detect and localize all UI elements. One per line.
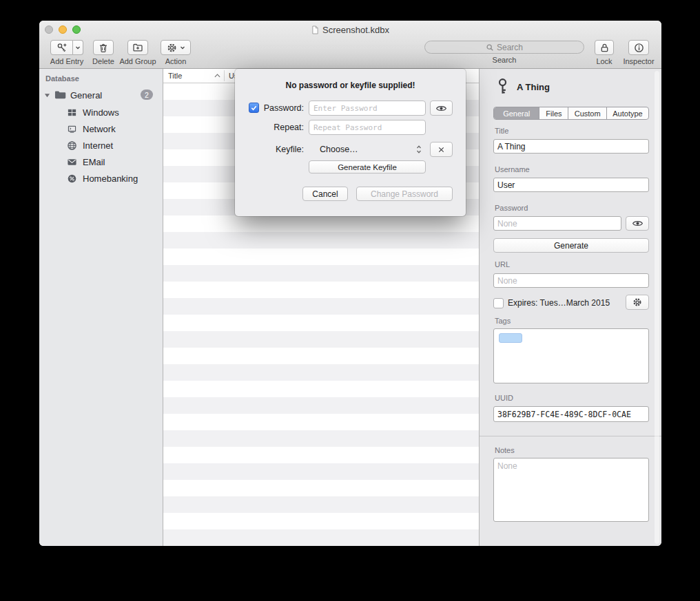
toolbar: Add Entry Delete xyxy=(39,39,661,69)
window-chrome: Screenshot.kdbx xyxy=(39,21,661,69)
cancel-button[interactable]: Cancel xyxy=(302,187,348,201)
sidebar-item-label: General xyxy=(70,90,102,101)
sidebar-item-label: Homebanking xyxy=(83,173,138,184)
folder-plus-icon xyxy=(132,42,143,53)
username-field-label: Username xyxy=(495,165,530,173)
column-divider[interactable] xyxy=(224,70,225,81)
inspector-tabs: General Files Custom Autotype xyxy=(493,107,649,120)
title-field[interactable] xyxy=(493,139,649,154)
lock-label: Lock xyxy=(596,57,612,65)
sidebar-item-internet[interactable]: Internet xyxy=(39,137,163,154)
url-field-label: URL xyxy=(495,260,510,268)
reveal-password-button[interactable] xyxy=(626,216,649,231)
password-field[interactable] xyxy=(493,216,621,231)
delete-group: Delete xyxy=(88,40,119,65)
inspector-panel: A Thing General Files Custom Autotype Ti… xyxy=(479,69,661,546)
add-entry-button[interactable] xyxy=(50,40,73,55)
sidebar-item-network[interactable]: Network xyxy=(39,120,163,137)
action-button[interactable] xyxy=(161,40,191,55)
tags-field[interactable] xyxy=(493,328,649,383)
stepper-icon xyxy=(416,145,422,154)
sidebar-item-label: EMail xyxy=(83,157,105,167)
expires-row: Expires: Tues…March 2015 xyxy=(493,297,610,309)
globe-icon xyxy=(67,140,77,151)
sidebar-item-homebanking[interactable]: Homebanking xyxy=(39,170,163,187)
change-password-button[interactable]: Change Password xyxy=(356,187,453,201)
uuid-field-label: UUID xyxy=(495,394,513,402)
envelope-icon xyxy=(67,157,77,167)
sort-asc-icon xyxy=(214,74,220,78)
info-icon xyxy=(634,43,644,53)
search-placeholder: Search xyxy=(497,43,523,52)
reveal-password-button[interactable] xyxy=(430,101,453,116)
close-icon xyxy=(438,146,445,154)
trash-icon xyxy=(98,42,109,53)
zoom-button[interactable] xyxy=(72,25,81,34)
add-group-button[interactable] xyxy=(127,40,148,55)
search-input[interactable]: Search xyxy=(424,41,584,54)
expires-checkbox[interactable] xyxy=(493,298,504,308)
window-title: Screenshot.kdbx xyxy=(322,25,389,35)
search-icon xyxy=(486,43,494,52)
desktop-background: Screenshot.kdbx xyxy=(0,0,700,601)
url-field[interactable] xyxy=(493,273,649,288)
clear-keyfile-button[interactable] xyxy=(430,142,453,157)
tab-general[interactable]: General xyxy=(494,107,539,119)
delete-button[interactable] xyxy=(93,40,114,55)
lock-button[interactable] xyxy=(595,40,614,55)
uuid-field[interactable] xyxy=(493,406,649,422)
action-label: Action xyxy=(165,57,187,65)
delete-label: Delete xyxy=(92,57,114,65)
dialog-message: No password or keyfile supplied! xyxy=(235,81,466,90)
generate-password-button[interactable]: Generate xyxy=(493,238,649,253)
notes-field-label: Notes xyxy=(495,446,515,454)
gear-icon xyxy=(167,43,177,53)
password-input[interactable] xyxy=(309,101,426,116)
lock-icon xyxy=(599,43,610,53)
add-entry-group: Add Entry xyxy=(45,40,88,65)
add-entry-menu-button[interactable] xyxy=(73,40,83,55)
add-entry-label: Add Entry xyxy=(50,57,83,65)
sidebar-item-general[interactable]: General 2 xyxy=(39,87,163,103)
percent-coin-icon xyxy=(67,173,77,184)
disclosure-triangle-icon[interactable] xyxy=(44,92,50,98)
expires-label: Expires: Tues…March 2015 xyxy=(508,298,610,308)
expires-settings-button[interactable] xyxy=(626,295,649,310)
minimize-button[interactable] xyxy=(59,25,67,34)
sidebar-item-email[interactable]: EMail xyxy=(39,154,163,170)
search-group: Search Search xyxy=(424,40,584,64)
password-label: Password: xyxy=(256,103,304,113)
display-icon xyxy=(67,124,77,134)
entry-title: A Thing xyxy=(517,82,550,92)
column-header-title[interactable]: Title xyxy=(168,72,182,80)
tab-files[interactable]: Files xyxy=(539,107,568,119)
username-field[interactable] xyxy=(493,178,649,192)
close-button[interactable] xyxy=(45,25,53,34)
sidebar-item-windows[interactable]: Windows xyxy=(39,104,163,120)
change-password-dialog: No password or keyfile supplied! Passwor… xyxy=(235,69,466,216)
eye-icon xyxy=(435,105,447,112)
inspector-group: Inspector xyxy=(620,40,657,65)
lock-group: Lock xyxy=(591,40,617,65)
inspector-scrollbar[interactable] xyxy=(655,71,659,544)
sidebar: Database General 2 Windows xyxy=(39,69,163,546)
keyfile-popup[interactable]: Choose… xyxy=(309,142,426,157)
tag-pill[interactable] xyxy=(499,333,522,343)
notes-field[interactable] xyxy=(493,458,649,522)
keyfile-popup-value: Choose… xyxy=(320,145,358,154)
repeat-input[interactable] xyxy=(309,120,426,135)
repeat-label: Repeat: xyxy=(256,123,304,132)
generate-keyfile-button[interactable]: Generate Keyfile xyxy=(309,160,426,173)
add-group-label: Add Group xyxy=(119,57,156,65)
title-field-label: Title xyxy=(495,127,508,135)
tab-autotype[interactable]: Autotype xyxy=(607,107,648,119)
tab-custom[interactable]: Custom xyxy=(568,107,607,119)
eye-icon xyxy=(632,220,644,227)
key-icon xyxy=(497,78,508,96)
inspector-button[interactable] xyxy=(628,40,649,55)
action-group: Action xyxy=(161,40,191,65)
sidebar-item-label: Internet xyxy=(83,140,113,151)
sidebar-section-header: Database xyxy=(45,74,79,83)
key-plus-icon xyxy=(56,42,68,53)
gear-icon xyxy=(632,297,642,307)
